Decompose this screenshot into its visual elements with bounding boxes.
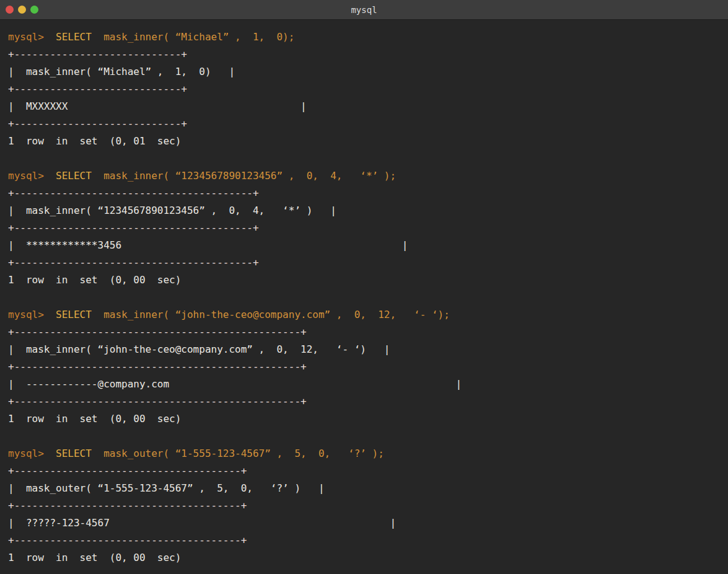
table-header-row: | mask_inner( “john-the-ceo@company.com”… [8,341,728,358]
table-border-mid: +----------------------------+ [8,81,728,98]
status-line: 1 row in set (0, 00 sec) [8,549,728,567]
table-border-bottom: +---------------------------------------… [8,393,728,410]
status-line: 1 row in set (0, 01 sec) [8,133,728,150]
prompt-line: mysql> SELECT mask_outer( “1-555-123-456… [8,445,728,462]
sql-expression: mask_outer( “1-555-123-4567” , 5, 0, ‘?’… [103,448,384,459]
mysql-prompt: mysql> [8,448,56,459]
status-line: 1 row in set (0, 00 sec) [8,410,728,428]
prompt-line: mysql> SELECT mask_inner( “john-the-ceo@… [8,306,728,324]
table-header-row: | mask_inner( “1234567890123456” , 0, 4,… [8,202,728,219]
table-border-mid: +---------------------------------------… [8,358,728,376]
sql-keyword: SELECT [56,31,103,43]
mysql-prompt: mysql> [8,309,56,320]
query-block-4: mysql> SELECT mask_outer( “1-555-123-456… [8,445,728,567]
query-block-2: mysql> SELECT mask_inner( “1234567890123… [8,167,728,289]
table-border-top: +---------------------------------------… [8,324,728,341]
table-border-top: +---------------------------------------… [8,185,728,202]
table-border-bottom: +---------------------------------------… [8,254,728,272]
minimize-button[interactable] [18,6,26,14]
window-controls [6,0,38,19]
close-button[interactable] [6,6,14,14]
window-title: mysql [0,5,728,15]
table-border-mid: +---------------------------------------… [8,219,728,237]
terminal-window: mysql mysql> SELECT mask_inner( “Michael… [0,0,728,574]
terminal-screen[interactable]: mysql> SELECT mask_inner( “Michael” , 1,… [0,20,728,574]
query-block-3: mysql> SELECT mask_inner( “john-the-ceo@… [8,306,728,428]
sql-expression: mask_inner( “john-the-ceo@company.com” ,… [103,309,450,320]
query-block-1: mysql> SELECT mask_inner( “Michael” , 1,… [8,29,728,150]
table-result-row: | ------------@company.com | [8,376,728,393]
table-border-mid: +--------------------------------------+ [8,497,728,514]
mysql-prompt: mysql> [8,31,56,43]
maximize-button[interactable] [30,6,38,14]
sql-keyword: SELECT [56,448,103,459]
table-result-row: | MXXXXXX | [8,98,728,115]
table-border-bottom: +----------------------------+ [8,115,728,133]
table-result-row: | ?????-123-4567 | [8,514,728,532]
sql-keyword: SELECT [56,309,103,320]
table-result-row: | ************3456 | [8,237,728,254]
prompt-line: mysql> SELECT mask_inner( “Michael” , 1,… [8,29,728,46]
sql-keyword: SELECT [56,170,103,182]
status-line: 1 row in set (0, 00 sec) [8,272,728,289]
sql-expression: mask_inner( “1234567890123456” , 0, 4, ‘… [103,170,396,182]
sql-expression: mask_inner( “Michael” , 1, 0); [103,31,294,43]
mysql-prompt: mysql> [8,170,56,182]
table-border-top: +--------------------------------------+ [8,462,728,480]
table-border-bottom: +--------------------------------------+ [8,532,728,549]
table-header-row: | mask_outer( “1-555-123-4567” , 5, 0, ‘… [8,480,728,497]
table-border-top: +----------------------------+ [8,46,728,63]
titlebar[interactable]: mysql [0,0,728,20]
prompt-line: mysql> SELECT mask_inner( “1234567890123… [8,167,728,185]
table-header-row: | mask_inner( “Michael” , 1, 0) | [8,63,728,81]
